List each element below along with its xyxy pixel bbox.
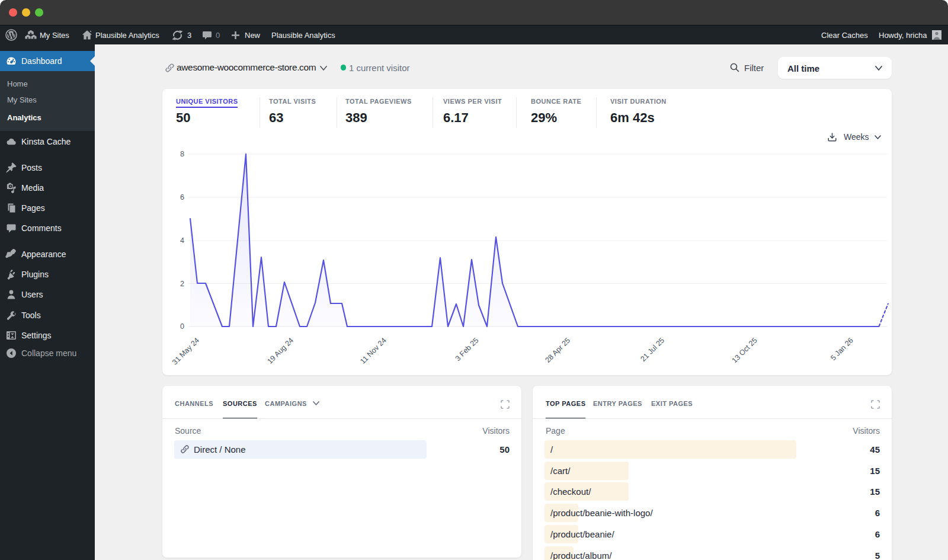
svg-text:28 Apr 25: 28 Apr 25 [543, 336, 572, 364]
svg-text:0: 0 [180, 322, 184, 331]
svg-text:3 Feb 25: 3 Feb 25 [454, 336, 481, 363]
svg-text:21 Jul 25: 21 Jul 25 [639, 336, 666, 363]
svg-text:11 Nov 24: 11 Nov 24 [358, 336, 388, 366]
svg-text:13 Oct 25: 13 Oct 25 [730, 336, 758, 364]
svg-text:19 Aug 24: 19 Aug 24 [265, 336, 295, 366]
svg-text:4: 4 [180, 236, 184, 245]
svg-text:31 May 24: 31 May 24 [171, 336, 201, 366]
svg-text:2: 2 [180, 280, 184, 288]
svg-text:8: 8 [180, 150, 184, 158]
svg-text:6: 6 [180, 193, 184, 201]
svg-text:5 Jan 26: 5 Jan 26 [829, 336, 855, 362]
